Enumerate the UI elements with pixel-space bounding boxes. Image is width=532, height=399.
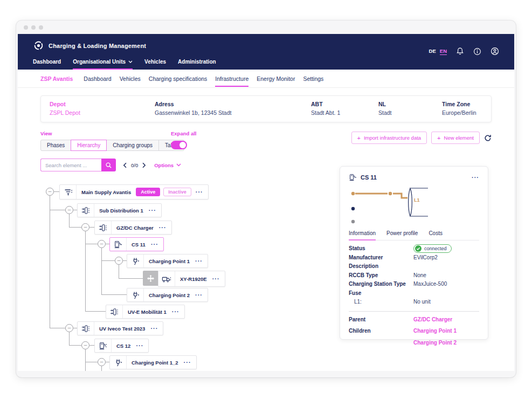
tree-node-charging-point-1-2[interactable]: Charging Point 1_2 ··· [109, 355, 197, 369]
collapse-toggle[interactable]: – [115, 257, 123, 265]
tree-node-gzdc-charger[interactable]: GZ/DC Charger ··· [94, 221, 172, 235]
collapse-toggle[interactable]: – [46, 188, 54, 196]
window-close-button[interactable] [24, 25, 28, 30]
tree-node-cs-12[interactable]: CS 12 ··· [94, 339, 149, 353]
status-badge: connected [413, 244, 452, 253]
tree-connector [101, 294, 127, 295]
node-label: CS 12 [112, 343, 135, 349]
node-label: CS 11 [127, 242, 150, 247]
inactive-button[interactable]: Inactive [163, 188, 191, 196]
options-dropdown[interactable]: Options [154, 162, 181, 168]
node-label: Sub Distribution 1 [94, 208, 148, 214]
tree-connector [106, 362, 109, 362]
nav-organisational-units[interactable]: Organisational Units [73, 59, 133, 70]
account-icon[interactable] [490, 47, 499, 56]
subnav-settings[interactable]: Settings [303, 75, 323, 82]
chevron-right-icon[interactable] [142, 162, 146, 168]
new-element-button[interactable]: + New element [431, 132, 480, 144]
nav-vehicles[interactable]: Vehicles [144, 59, 166, 70]
field-fuse: Fuse [349, 290, 479, 299]
tab-power-profile[interactable]: Power profile [386, 230, 418, 240]
collapse-toggle[interactable]: – [65, 206, 73, 214]
field-description: Description [349, 263, 479, 272]
window-minimize-button[interactable] [31, 25, 36, 30]
tree-node-charging-point-2[interactable]: Charging Point 2 ··· [127, 288, 208, 302]
node-menu-button[interactable]: ··· [171, 309, 184, 314]
depot-field: NL Stadt [378, 101, 442, 116]
view-tab-charging-groups[interactable]: Charging groups [106, 140, 159, 151]
charging-point-icon [110, 356, 127, 369]
node-menu-button[interactable]: ··· [150, 242, 163, 247]
collapse-toggle[interactable]: – [81, 223, 89, 231]
tree-connector [73, 210, 77, 210]
drag-handle-icon[interactable] [143, 271, 158, 286]
collapse-toggle[interactable]: – [81, 341, 89, 349]
search-result-counter: 0/0 [131, 162, 138, 168]
app-header: Charging & Loading Management Dashboard … [18, 34, 514, 70]
expand-all-label: Expand all [171, 130, 197, 136]
org-name[interactable]: ZSP Avantis [40, 75, 73, 82]
depot-label: NL [378, 101, 442, 107]
subnav-vehicles[interactable]: Vehicles [120, 75, 141, 82]
node-menu-button[interactable]: ··· [195, 258, 208, 264]
tree-node-cs-11[interactable]: CS 11 ··· [109, 237, 164, 251]
import-infrastructure-button[interactable]: + Import infrastructure data [351, 132, 427, 144]
depot-label: ABT [311, 101, 378, 107]
refresh-icon[interactable] [484, 134, 492, 142]
node-menu-button[interactable]: ··· [135, 343, 148, 348]
collapse-toggle[interactable]: – [98, 358, 106, 366]
node-menu-button[interactable]: ··· [158, 225, 171, 230]
search-button[interactable] [101, 159, 116, 171]
vehicle-node-body[interactable]: XY-R1920E ··· [158, 271, 225, 287]
chevron-left-icon[interactable] [123, 162, 127, 168]
expand-all-toggle[interactable] [171, 141, 187, 149]
tree-connector [73, 328, 77, 328]
subnav-dashboard[interactable]: Dashboard [84, 75, 111, 82]
subnav-energy-monitor[interactable]: Energy Monitor [257, 75, 295, 82]
tree-connector [69, 214, 70, 227]
node-menu-button[interactable]: ··· [148, 208, 161, 213]
info-icon[interactable] [473, 47, 481, 56]
child-link[interactable]: Charging Point 2 [413, 340, 457, 346]
depot-label: Time Zone [442, 101, 476, 107]
nav-administration[interactable]: Administration [178, 59, 216, 70]
main-supply-icon [60, 185, 77, 199]
charging-point-icon [127, 254, 144, 267]
language-de[interactable]: DE [429, 48, 436, 55]
panel-menu-button[interactable]: ··· [472, 174, 479, 181]
node-label: UV Iveco Test 2023 [94, 326, 150, 332]
view-tab-phases[interactable]: Phases [40, 140, 71, 151]
tree-node-sub-distribution-1[interactable]: Sub Distribution 1 ··· [77, 203, 162, 217]
collapse-toggle[interactable]: – [98, 240, 106, 248]
tree-node-uv-iveco-test-2023[interactable]: UV Iveco Test 2023 ··· [77, 321, 163, 335]
subnav-infrastructure[interactable]: Infrastructure [215, 75, 248, 82]
child-link[interactable]: Charging Point 1 [413, 328, 457, 334]
notifications-bell-icon[interactable] [456, 47, 464, 56]
tree-node-main-supply[interactable]: Main Supply Avantis Active Inactive ··· [59, 184, 209, 200]
tree-node-charging-point-1[interactable]: Charging Point 1 ··· [127, 254, 208, 268]
collapse-toggle[interactable]: – [65, 324, 73, 332]
view-tab-hierarchy[interactable]: Hierarchy [71, 140, 107, 151]
node-menu-button[interactable]: ··· [191, 189, 208, 195]
node-menu-button[interactable]: ··· [150, 326, 163, 331]
tree-node-uve-mobilitaet-1[interactable]: UV-E Mobilität 1 ··· [106, 305, 185, 319]
language-en[interactable]: EN [440, 48, 447, 55]
app-title: Charging & Loading Management [49, 43, 146, 49]
subnav-charging-specifications[interactable]: Charging specifications [149, 75, 208, 82]
node-menu-button[interactable]: ··· [212, 276, 225, 281]
field-children: Children Charging Point 1 Charging Point… [349, 328, 479, 346]
tab-information[interactable]: Information [349, 230, 376, 240]
window-maximize-button[interactable] [39, 25, 43, 30]
tree-node-vehicle-xy-r1920e[interactable]: XY-R1920E ··· [143, 271, 225, 287]
tree-connector [101, 248, 102, 294]
infrastructure-tree: – – – – – – – – Main S [40, 181, 321, 371]
parent-link[interactable]: GZ/DC Charger [413, 317, 452, 322]
depot-value: Stadt [378, 109, 442, 116]
node-menu-button[interactable]: ··· [183, 360, 196, 365]
node-menu-button[interactable]: ··· [195, 292, 208, 298]
search-input[interactable] [40, 159, 101, 171]
nav-dashboard[interactable]: Dashboard [33, 59, 61, 70]
tab-costs[interactable]: Costs [429, 230, 443, 240]
tree-connector [69, 227, 81, 228]
active-button[interactable]: Active [136, 188, 160, 196]
